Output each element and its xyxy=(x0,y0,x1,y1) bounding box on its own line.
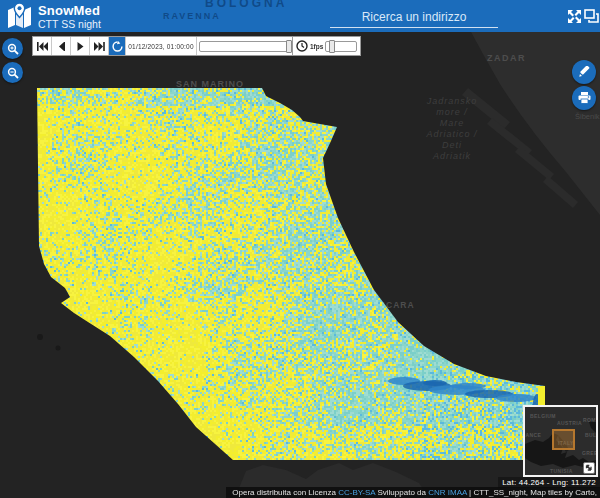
minimap-country-label: TUNISIA xyxy=(550,468,573,474)
minimap-toggle-button[interactable] xyxy=(583,462,595,474)
refresh-button[interactable] xyxy=(109,37,126,55)
play-button[interactable] xyxy=(71,37,90,55)
minimap-country-label: BULGARIA xyxy=(585,432,598,438)
clock-icon xyxy=(296,40,308,52)
map-label: ZADAR xyxy=(487,53,526,63)
minimap-country-label: BELGIUM xyxy=(530,413,556,419)
app-subtitle: CTT SS night xyxy=(38,18,101,30)
app-root: SAN MARINOZADARŠibenikPESCARAJadranskomo… xyxy=(0,0,600,498)
map-label: Mare xyxy=(440,118,465,128)
license-link[interactable]: CC-BY-SA xyxy=(338,488,375,497)
minimap-country-label: AUSTRIA xyxy=(557,420,582,426)
basemap-bleed-label: BOLOGNA xyxy=(205,0,287,10)
print-button[interactable] xyxy=(572,86,596,110)
app-title: SnowMed xyxy=(38,3,100,18)
minimap-country-label: FRANCE xyxy=(523,432,541,438)
draw-pencil-button[interactable] xyxy=(572,60,596,84)
timeline-control-bar: 01/12/2023, 01:00:00 xyxy=(32,36,298,56)
timeline-slider[interactable] xyxy=(199,41,293,52)
map-label: SAN MARINO xyxy=(176,79,244,89)
skip-forward-button[interactable] xyxy=(90,37,109,55)
overlapping-windows-icon[interactable] xyxy=(584,9,599,24)
developer-link[interactable]: CNR IMAA xyxy=(428,488,467,497)
map-label: Adriatico / xyxy=(426,129,477,139)
minimap[interactable]: BELGIUMFRANCEAUSTRIAROMANIAITALYBULGARIA… xyxy=(523,405,598,477)
app-header: BOLOGNA RAVENNA SnowMed CTT SS night xyxy=(0,0,600,32)
map-label: Jadransko xyxy=(427,96,478,106)
skip-to-start-button[interactable] xyxy=(33,37,52,55)
map-label-layer: SAN MARINOZADARŠibenikPESCARAJadranskomo… xyxy=(0,0,600,498)
attribution-text: Opera distribuita con Licenza xyxy=(232,488,336,497)
fps-label: 1fps xyxy=(310,43,323,50)
map-label: PESCARA xyxy=(366,300,415,310)
current-datetime-display[interactable]: 01/12/2023, 01:00:00 xyxy=(126,37,197,55)
map-label: Šibenik xyxy=(575,112,600,121)
search-input[interactable] xyxy=(330,6,498,28)
fullscreen-expand-icon[interactable] xyxy=(567,9,582,24)
attribution-text: | CTT_SS_night, Map tiles by Carto, xyxy=(469,488,597,497)
map-label: more / xyxy=(436,107,468,117)
fps-slider[interactable] xyxy=(325,41,357,52)
zoom-out-button[interactable] xyxy=(2,62,23,83)
step-back-button[interactable] xyxy=(52,37,71,55)
minimap-country-label: ROMANIA xyxy=(583,417,598,423)
attribution-bar: Opera distribuita con Licenza CC-BY-SA S… xyxy=(226,487,600,498)
minimap-view-extent-box xyxy=(552,429,575,450)
minimap-country-label: GREECE xyxy=(582,450,598,456)
app-logo-map-pin-icon xyxy=(6,3,33,29)
zoom-in-button[interactable] xyxy=(2,38,23,59)
fps-control-bar: 1fps xyxy=(292,36,361,56)
map-label: Adriatik xyxy=(433,151,471,161)
basemap-bleed-label: RAVENNA xyxy=(163,11,221,21)
map-label: Deti xyxy=(442,140,462,150)
map-viewport[interactable]: SAN MARINOZADARŠibenikPESCARAJadranskomo… xyxy=(0,0,600,498)
attribution-text: Sviluppato da xyxy=(377,488,425,497)
